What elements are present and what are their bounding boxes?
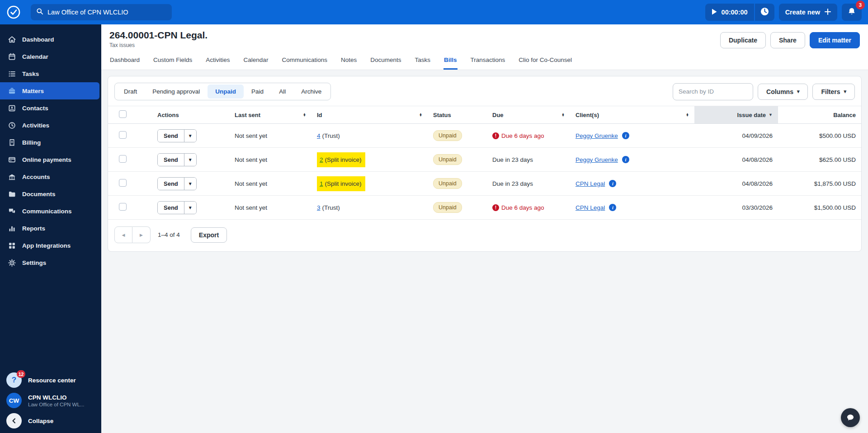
tab-communications[interactable]: Communications xyxy=(281,51,328,70)
tab-custom-fields[interactable]: Custom Fields xyxy=(153,51,193,70)
sidebar-item-calendar[interactable]: Calendar xyxy=(0,48,101,65)
tab-transactions[interactable]: Transactions xyxy=(470,51,506,70)
info-icon[interactable]: i xyxy=(609,204,616,211)
client-link[interactable]: Peggy Gruenke xyxy=(576,156,618,163)
contact-card-icon xyxy=(8,104,16,112)
col-header-last-sent[interactable]: Last sent▲▼ xyxy=(229,106,311,124)
clock-icon xyxy=(760,7,769,17)
create-new-button[interactable]: Create new xyxy=(779,4,837,21)
tab-clio-co-counsel[interactable]: Clio for Co-Counsel xyxy=(518,51,572,70)
send-dropdown-button[interactable]: ▼ xyxy=(184,130,196,142)
timer-value: 00:00:00 xyxy=(722,9,748,16)
search-by-id-input[interactable] xyxy=(673,83,753,100)
bill-id-link[interactable]: 3 xyxy=(317,204,321,211)
client-link[interactable]: Peggy Gruenke xyxy=(576,132,618,139)
row-checkbox[interactable] xyxy=(119,203,127,211)
sidebar-item-documents[interactable]: Documents xyxy=(0,185,101,202)
send-button[interactable]: Send xyxy=(158,178,184,190)
filter-paid[interactable]: Paid xyxy=(244,85,271,99)
sidebar-item-matters[interactable]: Matters xyxy=(0,82,99,99)
global-search[interactable] xyxy=(31,4,172,20)
chat-bubbles-icon xyxy=(8,207,16,215)
filter-pending-approval[interactable]: Pending approval xyxy=(145,85,208,99)
send-button[interactable]: Send xyxy=(158,202,184,214)
next-page-button[interactable]: ▶ xyxy=(132,226,151,243)
create-new-label: Create new xyxy=(785,9,820,16)
edit-matter-button[interactable]: Edit matter xyxy=(810,32,860,48)
tab-documents[interactable]: Documents xyxy=(370,51,401,70)
question-mark-icon: ? 12 xyxy=(6,372,22,388)
duplicate-button[interactable]: Duplicate xyxy=(720,32,766,48)
sidebar-item-contacts[interactable]: Contacts xyxy=(0,99,101,117)
info-icon[interactable]: i xyxy=(622,132,629,139)
user-org: Law Office of CPN WL... xyxy=(28,402,84,407)
sidebar-item-tasks[interactable]: Tasks xyxy=(0,65,101,82)
filter-unpaid[interactable]: Unpaid xyxy=(208,85,244,99)
tab-calendar[interactable]: Calendar xyxy=(243,51,269,70)
sidebar-item-online-payments[interactable]: Online payments xyxy=(0,151,101,168)
filter-archive[interactable]: Archive xyxy=(293,85,329,99)
sort-icon: ▲▼ xyxy=(686,113,689,117)
tab-dashboard[interactable]: Dashboard xyxy=(109,51,140,70)
filters-label: Filters xyxy=(821,88,840,95)
sidebar-item-reports[interactable]: Reports xyxy=(0,220,101,237)
sidebar-item-accounts[interactable]: Accounts xyxy=(0,168,101,185)
sidebar-item-label: Online payments xyxy=(22,156,71,163)
sidebar-item-dashboard[interactable]: Dashboard xyxy=(0,31,101,48)
sidebar-item-app-integrations[interactable]: App Integrations xyxy=(0,237,101,254)
user-menu[interactable]: CW CPN WLCLIO Law Office of CPN WL... xyxy=(6,393,95,408)
clock-button[interactable] xyxy=(755,4,774,21)
col-header-due[interactable]: Due▲▼ xyxy=(487,106,570,124)
clio-logo-icon[interactable] xyxy=(6,5,21,19)
columns-label: Columns xyxy=(766,88,793,95)
col-header-issue-date[interactable]: Issue date▼ xyxy=(694,106,778,124)
info-icon[interactable]: i xyxy=(622,156,629,163)
chevron-left-icon xyxy=(6,413,22,428)
sidebar-item-label: Communications xyxy=(22,208,72,215)
client-link[interactable]: CPN Legal xyxy=(576,180,605,187)
sidebar-item-billing[interactable]: Billing xyxy=(0,134,101,151)
row-checkbox[interactable] xyxy=(119,155,127,163)
select-all-checkbox[interactable] xyxy=(119,110,127,118)
send-dropdown-button[interactable]: ▼ xyxy=(184,178,196,190)
bills-content: Draft Pending approval Unpaid Paid All A… xyxy=(101,70,868,433)
bill-id-link[interactable]: 4 xyxy=(317,132,321,139)
tab-activities[interactable]: Activities xyxy=(205,51,230,70)
col-header-id[interactable]: Id▲▼ xyxy=(311,106,428,124)
collapse-button[interactable]: Collapse xyxy=(6,413,95,428)
sidebar-item-activities[interactable]: Activities xyxy=(0,117,101,134)
prev-page-button[interactable]: ◀ xyxy=(114,226,132,243)
filter-all[interactable]: All xyxy=(271,85,293,99)
info-icon[interactable]: i xyxy=(609,180,616,187)
tab-notes[interactable]: Notes xyxy=(340,51,357,70)
send-button[interactable]: Send xyxy=(158,130,184,142)
columns-dropdown-button[interactable]: Columns ▾ xyxy=(758,84,808,100)
global-search-input[interactable] xyxy=(47,9,166,16)
bill-id-link[interactable]: 2 xyxy=(320,156,323,163)
table-header-row: Actions Last sent▲▼ Id▲▼ Status Due▲▼ Cl… xyxy=(108,106,861,124)
send-split-button: Send ▼ xyxy=(157,201,197,214)
col-header-clients[interactable]: Client(s)▲▼ xyxy=(570,106,694,124)
send-dropdown-button[interactable]: ▼ xyxy=(184,202,196,214)
tab-bills[interactable]: Bills xyxy=(443,51,458,70)
notifications-button[interactable]: 3 xyxy=(842,4,862,21)
send-dropdown-button[interactable]: ▼ xyxy=(184,154,196,166)
sidebar-item-communications[interactable]: Communications xyxy=(0,202,101,220)
filter-draft[interactable]: Draft xyxy=(116,85,145,99)
send-button[interactable]: Send xyxy=(158,154,184,166)
filters-dropdown-button[interactable]: Filters ▾ xyxy=(812,84,855,100)
send-split-button: Send ▼ xyxy=(157,177,197,190)
status-badge: Unpaid xyxy=(433,154,462,165)
row-checkbox[interactable] xyxy=(119,131,127,139)
bill-id-link[interactable]: 1 xyxy=(320,180,323,187)
chat-launcher-button[interactable] xyxy=(841,408,860,427)
bill-id-cell: 3(Trust) xyxy=(311,196,428,220)
tab-tasks[interactable]: Tasks xyxy=(415,51,431,70)
sidebar-item-settings[interactable]: Settings xyxy=(0,254,101,271)
export-button[interactable]: Export xyxy=(191,227,227,243)
share-button[interactable]: Share xyxy=(770,32,805,48)
client-link[interactable]: CPN Legal xyxy=(576,204,605,211)
timer-button[interactable]: 00:00:00 xyxy=(705,4,754,21)
row-checkbox[interactable] xyxy=(119,179,127,187)
resource-center-button[interactable]: ? 12 Resource center xyxy=(6,372,95,388)
